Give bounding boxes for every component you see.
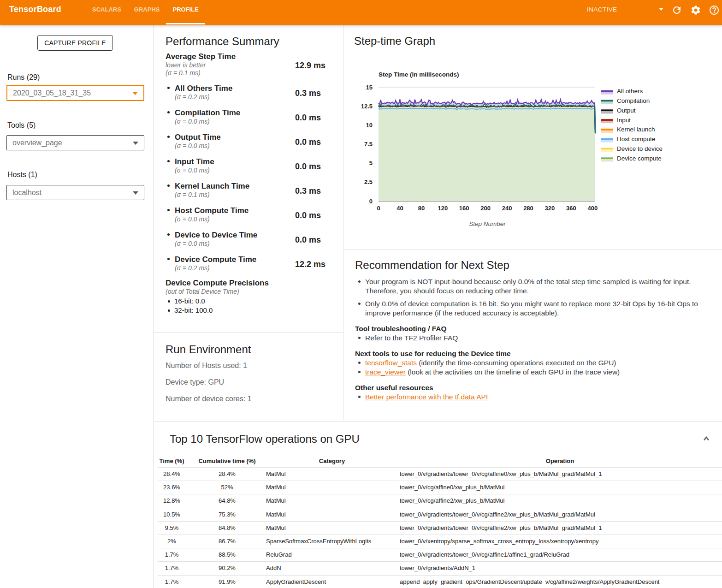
svg-text:12.5: 12.5 [361,103,373,110]
svg-text:Host compute: Host compute [617,136,655,143]
svg-text:All others: All others [617,88,643,95]
svg-text:240: 240 [502,205,512,212]
svg-text:160: 160 [459,205,469,212]
svg-text:15: 15 [366,84,373,91]
svg-text:Device to device: Device to device [617,145,663,152]
svg-text:320: 320 [545,205,555,212]
svg-text:0: 0 [377,205,380,212]
svg-text:120: 120 [438,205,448,212]
svg-text:Step Number: Step Number [469,220,506,227]
svg-text:40: 40 [397,205,403,212]
svg-text:0: 0 [369,198,373,205]
svg-text:200: 200 [480,205,491,212]
svg-text:Compilation: Compilation [617,97,650,104]
svg-text:360: 360 [566,205,576,212]
svg-text:Step Time (in milliseconds): Step Time (in milliseconds) [379,71,459,78]
svg-text:Kernel launch: Kernel launch [617,126,655,133]
svg-text:2.5: 2.5 [364,178,373,185]
svg-text:5: 5 [369,160,373,166]
svg-text:280: 280 [523,205,533,212]
svg-text:10: 10 [366,122,373,129]
svg-text:400: 400 [587,205,598,212]
svg-text:7.5: 7.5 [364,141,373,148]
svg-text:Output: Output [617,107,636,114]
svg-text:80: 80 [418,205,425,212]
svg-text:Device compute: Device compute [617,155,662,162]
svg-text:Input: Input [617,117,631,124]
